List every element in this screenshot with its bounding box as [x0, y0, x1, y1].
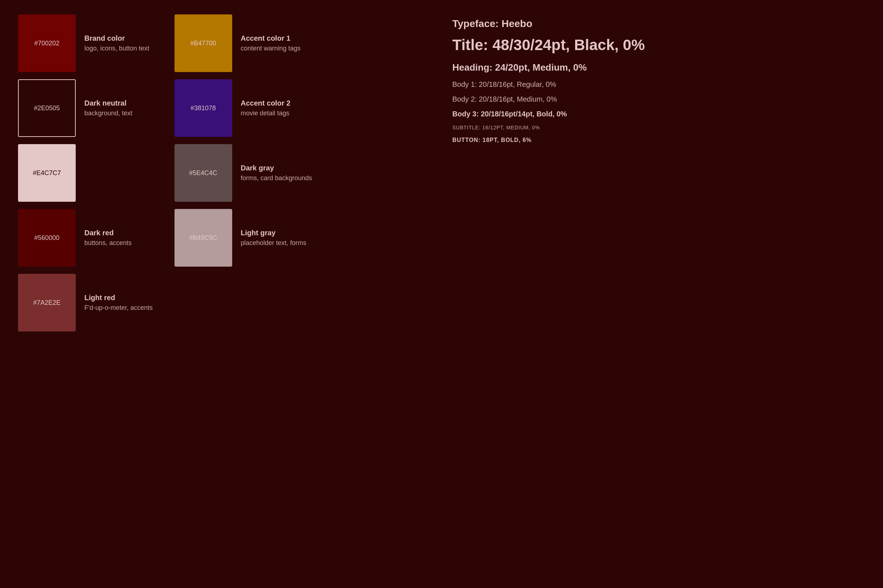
color-swatch-dark-neutral: #2E0505: [18, 79, 76, 137]
color-desc-accent2: movie detail tags: [241, 110, 290, 117]
color-info-light-red: Light red F'd-up-o-meter, accents: [84, 294, 153, 312]
color-info-dark-red: Dark red buttons, accents: [84, 229, 132, 247]
main-container: #700202 Brand color logo, icons, button …: [18, 14, 865, 332]
color-hex-dark-neutral: #2E0505: [34, 105, 60, 112]
left-color-column: #700202 Brand color logo, icons, button …: [18, 14, 153, 332]
color-swatch-dark-red: #560000: [18, 209, 76, 267]
color-item-dark-gray: #5E4C4C Dark gray forms, card background…: [174, 144, 312, 202]
color-item-light-gray: #B49C9C Light gray placeholder text, for…: [174, 209, 312, 267]
color-desc-brand: logo, icons, button text: [84, 45, 149, 52]
color-swatch-dark-gray: #5E4C4C: [174, 144, 232, 202]
typography-section: Typeface: Heebo Title: 48/30/24pt, Black…: [453, 14, 865, 143]
color-item-dark-neutral: #2E0505 Dark neutral background, text: [18, 79, 153, 137]
typeface-label: Typeface: Heebo: [453, 18, 865, 30]
color-name-accent1: Accent color 1: [241, 34, 301, 42]
type-subtitle: SUBTITLE: 16/12PT, MEDIUM, 0%: [453, 124, 865, 130]
type-button: BUTTON: 18PT, BOLD, 6%: [453, 137, 865, 143]
color-hex-light-neutral: #E4C7C7: [33, 170, 61, 177]
color-desc-dark-gray: forms, card backgrounds: [241, 174, 312, 182]
color-name-light-red: Light red: [84, 294, 153, 302]
color-desc-light-neutral: form fields, some text: [84, 174, 146, 182]
type-title: Title: 48/30/24pt, Black, 0%: [453, 37, 865, 53]
color-name-light-gray: Light gray: [241, 229, 307, 237]
color-info-dark-gray: Dark gray forms, card backgrounds: [241, 164, 312, 182]
color-desc-dark-red: buttons, accents: [84, 239, 132, 247]
color-hex-dark-red: #560000: [34, 234, 60, 242]
color-name-dark-gray: Dark gray: [241, 164, 312, 172]
color-swatch-light-gray: #B49C9C: [174, 209, 232, 267]
color-desc-accent1: content warning tags: [241, 45, 301, 52]
color-info-accent1: Accent color 1 content warning tags: [241, 34, 301, 52]
color-hex-dark-gray: #5E4C4C: [189, 170, 217, 177]
type-heading: Heading: 24/20pt, Medium, 0%: [453, 62, 865, 73]
color-swatch-accent2: #381078: [174, 79, 232, 137]
color-swatch-brand: #700202: [18, 14, 76, 72]
color-hex-accent2: #381078: [190, 105, 216, 112]
color-desc-light-red: F'd-up-o-meter, accents: [84, 304, 153, 312]
color-swatch-light-red: #7A2E2E: [18, 274, 76, 332]
color-name-dark-neutral: Dark neutral: [84, 99, 132, 107]
color-hex-accent1: #B47700: [190, 40, 216, 47]
color-item-light-red: #7A2E2E Light red F'd-up-o-meter, accent…: [18, 274, 153, 332]
color-item-accent1: #B47700 Accent color 1 content warning t…: [174, 14, 312, 72]
color-swatch-light-neutral: #E4C7C7: [18, 144, 76, 202]
color-swatch-accent1: #B47700: [174, 14, 232, 72]
color-hex-light-gray: #B49C9C: [189, 234, 217, 242]
color-item-brand: #700202 Brand color logo, icons, button …: [18, 14, 153, 72]
color-info-brand: Brand color logo, icons, button text: [84, 34, 149, 52]
color-name-brand: Brand color: [84, 34, 149, 42]
color-hex-brand: #700202: [34, 40, 60, 47]
color-info-light-gray: Light gray placeholder text, forms: [241, 229, 307, 247]
type-body1: Body 1: 20/18/16pt, Regular, 0%: [453, 80, 865, 88]
color-desc-light-gray: placeholder text, forms: [241, 239, 307, 247]
colors-section: #700202 Brand color logo, icons, button …: [18, 14, 431, 332]
right-color-column: #B47700 Accent color 1 content warning t…: [174, 14, 312, 332]
type-body3: Body 3: 20/18/16pt/14pt, Bold, 0%: [453, 110, 865, 118]
color-item-dark-red: #560000 Dark red buttons, accents: [18, 209, 153, 267]
color-info-dark-neutral: Dark neutral background, text: [84, 99, 132, 117]
color-info-accent2: Accent color 2 movie detail tags: [241, 99, 290, 117]
color-desc-dark-neutral: background, text: [84, 110, 132, 117]
color-item-accent2: #381078 Accent color 2 movie detail tags: [174, 79, 312, 137]
color-name-dark-red: Dark red: [84, 229, 132, 237]
color-name-light-neutral: Light neutral: [84, 164, 146, 172]
color-info-light-neutral: Light neutral form fields, some text: [84, 164, 146, 182]
color-item-light-neutral: #E4C7C7 Light neutral form fields, some …: [18, 144, 153, 202]
color-hex-light-red: #7A2E2E: [33, 299, 60, 307]
color-name-accent2: Accent color 2: [241, 99, 290, 107]
type-body2: Body 2: 20/18/16pt, Medium, 0%: [453, 95, 865, 104]
